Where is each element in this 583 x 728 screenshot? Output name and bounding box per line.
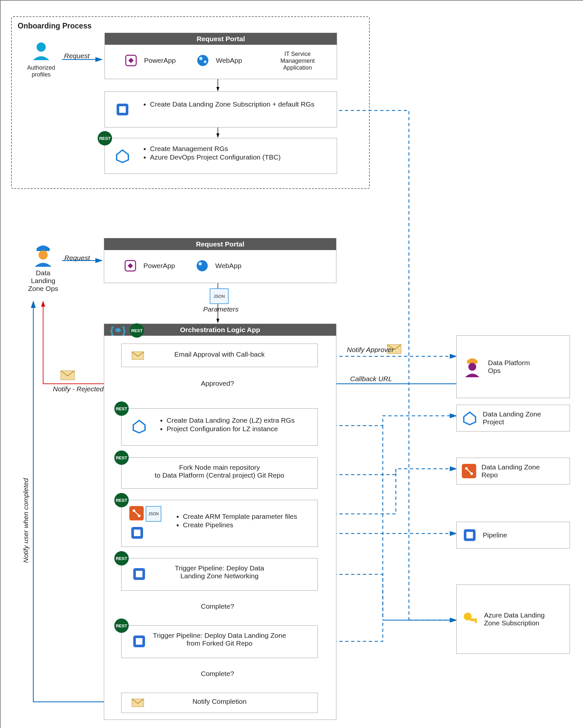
svg-point-46 bbox=[468, 363, 476, 371]
onboarding-task-2: REST Create Management RGs Azure DevOps … bbox=[105, 138, 337, 174]
powerapp-entry-1: PowerApp bbox=[124, 54, 176, 67]
key-icon bbox=[462, 610, 479, 628]
svg-point-23 bbox=[197, 55, 209, 66]
notify-approver-label: Notify Approver bbox=[347, 346, 394, 354]
request-label-1: Request bbox=[64, 52, 89, 60]
notify-user-complete-label: Notify user when completed bbox=[22, 478, 30, 563]
actor-dlz-ops: Data Landing Zone Ops bbox=[20, 241, 66, 292]
engineer-icon bbox=[30, 241, 56, 267]
notify-rejected-label: Notify - Rejected bbox=[53, 385, 104, 393]
step-fork-repo: REST Fork Node main repository to Data P… bbox=[121, 457, 318, 489]
json-file-icon: JSON bbox=[146, 506, 161, 522]
complete1-label: Complete? bbox=[201, 602, 234, 610]
onboarding-title: Onboarding Process bbox=[18, 22, 91, 30]
webapp-entry-2: WebApp bbox=[196, 259, 241, 272]
orchestration-panel: {⚭} REST Orchestration Logic App Email A… bbox=[104, 323, 336, 720]
devops-icon bbox=[131, 418, 147, 436]
parameters-block: JSON Parameters bbox=[210, 288, 245, 312]
svg-point-30 bbox=[197, 260, 208, 271]
svg-point-21 bbox=[36, 43, 46, 52]
step-trigger-pipeline-2: REST Trigger Pipeline: Deploy Data Landi… bbox=[121, 625, 318, 658]
svg-rect-38 bbox=[134, 529, 140, 536]
step-email-approval: Email Approval with Call-back bbox=[121, 343, 318, 367]
rest-badge: REST bbox=[130, 323, 144, 338]
rest-badge: REST bbox=[114, 619, 129, 633]
request-portal-title-1: Request Portal bbox=[105, 33, 337, 45]
powerapp-icon bbox=[124, 259, 137, 272]
powerapp-icon bbox=[124, 54, 138, 67]
diagram-canvas: Onboarding Process Authorized profiles R… bbox=[0, 0, 583, 728]
side-dlz-project: Data Landing Zone Project bbox=[456, 405, 570, 432]
powerapp-entry-2: PowerApp bbox=[124, 259, 175, 272]
devops-icon bbox=[462, 410, 477, 426]
rest-badge: REST bbox=[114, 401, 129, 416]
orchestration-title: {⚭} REST Orchestration Logic App bbox=[104, 324, 336, 336]
rest-badge: REST bbox=[114, 493, 129, 508]
pipeline-icon bbox=[115, 102, 130, 119]
svg-rect-55 bbox=[475, 619, 477, 623]
request-portal-panel-2: Request Portal PowerApp WebApp bbox=[104, 238, 336, 283]
pipeline-icon bbox=[129, 525, 145, 542]
json-file-icon: JSON bbox=[210, 288, 229, 304]
step-notify-completion: Notify Completion bbox=[121, 693, 318, 713]
side-dlz-repo: Data Landing Zone Repo bbox=[456, 458, 570, 485]
complete2-label: Complete? bbox=[201, 670, 234, 678]
side-data-platform-ops: Data Platform Ops bbox=[456, 335, 570, 398]
itsm-label: IT Service Management Application bbox=[268, 51, 327, 71]
svg-point-31 bbox=[199, 262, 202, 265]
side-pipeline: Pipeline bbox=[456, 522, 570, 549]
actor-authorized-profiles: Authorized profiles bbox=[22, 40, 61, 78]
step-trigger-pipeline-1: REST Trigger Pipeline: Deploy Data Landi… bbox=[121, 558, 318, 591]
request-portal-panel-1: Request Portal PowerApp WebApp IT Servic… bbox=[105, 33, 337, 79]
rest-badge: REST bbox=[98, 131, 112, 146]
rest-badge: REST bbox=[114, 551, 129, 566]
git-icon bbox=[129, 506, 144, 522]
webapp-entry-1: WebApp bbox=[196, 54, 242, 67]
approved-label: Approved? bbox=[201, 380, 234, 387]
git-icon bbox=[462, 464, 476, 478]
webapp-icon bbox=[196, 259, 209, 272]
step-create-rgs: REST Create Data Landing Zone (LZ) extra… bbox=[121, 408, 318, 446]
rest-badge: REST bbox=[114, 450, 129, 465]
onboarding-section: Onboarding Process Authorized profiles R… bbox=[11, 16, 370, 189]
devops-icon bbox=[115, 148, 130, 165]
svg-point-25 bbox=[204, 60, 206, 63]
user-icon bbox=[30, 40, 53, 63]
callback-url-label: Callback URL bbox=[350, 375, 392, 383]
engineer-icon bbox=[462, 355, 483, 379]
step-arm-templates: REST JSON Create ARM Template parameter … bbox=[121, 500, 318, 547]
pipeline-icon bbox=[462, 527, 477, 543]
mail-icon bbox=[59, 367, 76, 384]
svg-rect-52 bbox=[466, 532, 473, 538]
logic-app-icon: {⚭} bbox=[110, 324, 126, 336]
onboarding-task-1: Create Data Landing Zone Subscription + … bbox=[105, 92, 337, 128]
svg-rect-27 bbox=[119, 106, 126, 113]
svg-point-28 bbox=[38, 251, 48, 260]
side-azure-subscription: Azure Data Landing Zone Subscription bbox=[456, 584, 570, 654]
request-label-2: Request bbox=[64, 254, 90, 262]
svg-point-24 bbox=[199, 57, 202, 60]
request-portal-title-2: Request Portal bbox=[104, 238, 336, 250]
webapp-icon bbox=[196, 54, 210, 67]
